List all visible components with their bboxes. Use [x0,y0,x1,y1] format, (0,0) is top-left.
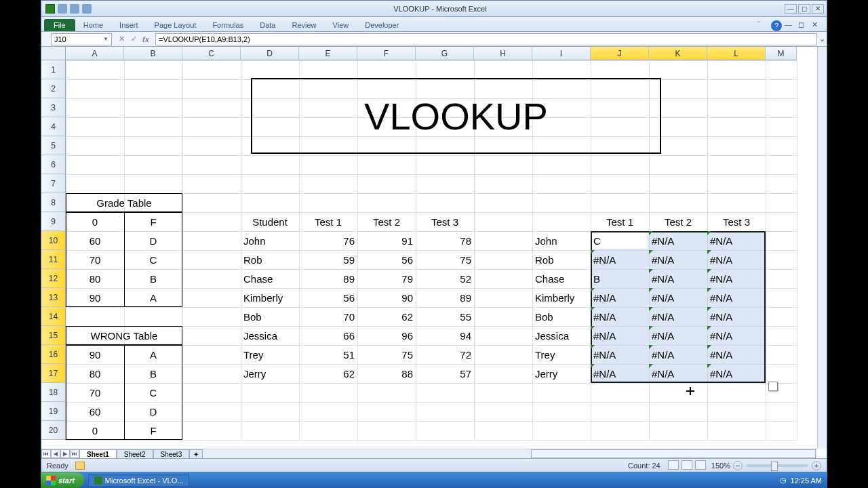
result-cell[interactable]: #N/A [649,250,707,269]
student-name[interactable]: John [241,231,299,250]
wrong-score[interactable]: 70 [66,383,124,402]
row-header-3[interactable]: 3 [41,98,66,117]
result-cell[interactable]: #N/A [707,288,766,307]
col-header-K[interactable]: K [649,47,707,60]
grade-letter[interactable]: A [124,288,182,307]
row-header-19[interactable]: 19 [41,402,66,421]
row-header-9[interactable]: 9 [41,212,66,231]
student-t3[interactable]: 89 [416,288,474,307]
result-cell[interactable]: #N/A [649,326,707,345]
grade-letter[interactable]: D [124,231,182,250]
student-name[interactable]: Jerry [241,364,299,383]
col-header-F[interactable]: F [357,47,416,60]
result-cell[interactable]: #N/A [591,364,649,383]
student-t3[interactable]: 55 [416,307,474,326]
grade-table-header[interactable]: Grade Table [66,193,182,212]
hdr-test2[interactable]: Test 2 [357,212,416,231]
wrong-letter[interactable]: D [124,402,182,421]
row-header-7[interactable]: 7 [41,174,66,193]
row-header-6[interactable]: 6 [41,155,66,174]
wrong-letter[interactable]: B [124,364,182,383]
row-header-13[interactable]: 13 [41,288,66,307]
result-name[interactable]: John [532,231,591,250]
wrong-score[interactable]: 0 [66,421,124,440]
row-header-10[interactable]: 10 [41,231,66,250]
tab-view[interactable]: View [325,19,357,31]
hdr-test3[interactable]: Test 3 [416,212,474,231]
horizontal-scrollbar[interactable] [531,449,816,458]
row-header-16[interactable]: 16 [41,345,66,364]
autofill-options-icon[interactable] [768,382,778,391]
result-cell[interactable]: C [591,231,649,250]
student-name[interactable]: Rob [241,250,299,269]
workbook-min-icon[interactable]: — [785,20,795,31]
macro-record-icon[interactable] [75,462,85,470]
student-name[interactable]: Trey [241,345,299,364]
sheet-nav-last[interactable]: ⏭ [70,449,79,458]
grade-score[interactable]: 90 [66,288,124,307]
student-name[interactable]: Kimberly [241,288,299,307]
result-cell[interactable]: #N/A [649,307,707,326]
col-header-A[interactable]: A [66,47,124,60]
result-name[interactable]: Bob [532,307,591,326]
col-header-G[interactable]: G [416,47,474,60]
col-header-J[interactable]: J [591,47,649,60]
grade-letter[interactable]: F [124,212,182,231]
result-cell[interactable]: #N/A [591,345,649,364]
student-t3[interactable]: 94 [416,326,474,345]
cancel-formula-icon[interactable]: ✕ [116,34,127,45]
redo-icon[interactable] [82,4,92,14]
tab-home[interactable]: Home [75,19,111,31]
result-cell[interactable]: #N/A [649,288,707,307]
workbook-restore-icon[interactable]: ◻ [798,20,809,31]
student-t1[interactable]: 62 [299,364,357,383]
zoom-level[interactable]: 150% [711,462,730,470]
formula-expand-icon[interactable]: ⌄ [817,35,827,43]
student-t3[interactable]: 52 [416,269,474,288]
result-cell[interactable]: #N/A [649,364,707,383]
result-name[interactable]: Chase [532,269,591,288]
tab-insert[interactable]: Insert [111,19,146,31]
result-cell[interactable]: #N/A [591,326,649,345]
result-cell[interactable]: #N/A [707,364,766,383]
student-name[interactable]: Bob [241,307,299,326]
wrong-letter[interactable]: F [124,421,182,440]
select-all-corner[interactable] [41,47,66,60]
col-header-I[interactable]: I [532,47,591,60]
row-header-14[interactable]: 14 [41,307,66,326]
result-cell[interactable]: #N/A [707,345,766,364]
enter-formula-icon[interactable]: ✓ [128,34,139,45]
save-icon[interactable] [58,4,67,14]
zoom-in-icon[interactable]: + [812,461,821,470]
wrong-score[interactable]: 60 [66,402,124,421]
normal-view-icon[interactable] [668,460,679,470]
grade-score[interactable]: 0 [66,212,124,231]
row-header-8[interactable]: 8 [41,193,66,212]
minimize-button[interactable]: — [785,4,797,14]
student-t1[interactable]: 66 [299,326,357,345]
student-t2[interactable]: 79 [357,269,416,288]
student-t2[interactable]: 88 [357,364,416,383]
page-break-view-icon[interactable] [695,460,706,470]
row-header-1[interactable]: 1 [41,60,66,79]
student-t1[interactable]: 59 [299,250,357,269]
tab-data[interactable]: Data [252,19,283,31]
wrong-score[interactable]: 80 [66,364,124,383]
grade-score[interactable]: 70 [66,250,124,269]
result-name[interactable]: Trey [532,345,591,364]
student-name[interactable]: Jessica [241,326,299,345]
start-button[interactable]: start [41,472,84,488]
fx-icon[interactable]: fx [140,34,151,45]
student-t1[interactable]: 76 [299,231,357,250]
sheet-tab-3[interactable]: Sheet3 [153,449,190,459]
tray-clock[interactable]: 12:25 AM [791,476,822,485]
result-cell[interactable]: #N/A [591,288,649,307]
student-name[interactable]: Chase [241,269,299,288]
help-icon[interactable]: ? [771,20,782,31]
tab-page-layout[interactable]: Page Layout [146,19,205,31]
result-name[interactable]: Jerry [532,364,591,383]
hdr-test1[interactable]: Test 1 [299,212,357,231]
workbook-close-icon[interactable]: ✕ [812,20,823,31]
col-header-B[interactable]: B [124,47,182,60]
student-t2[interactable]: 91 [357,231,416,250]
